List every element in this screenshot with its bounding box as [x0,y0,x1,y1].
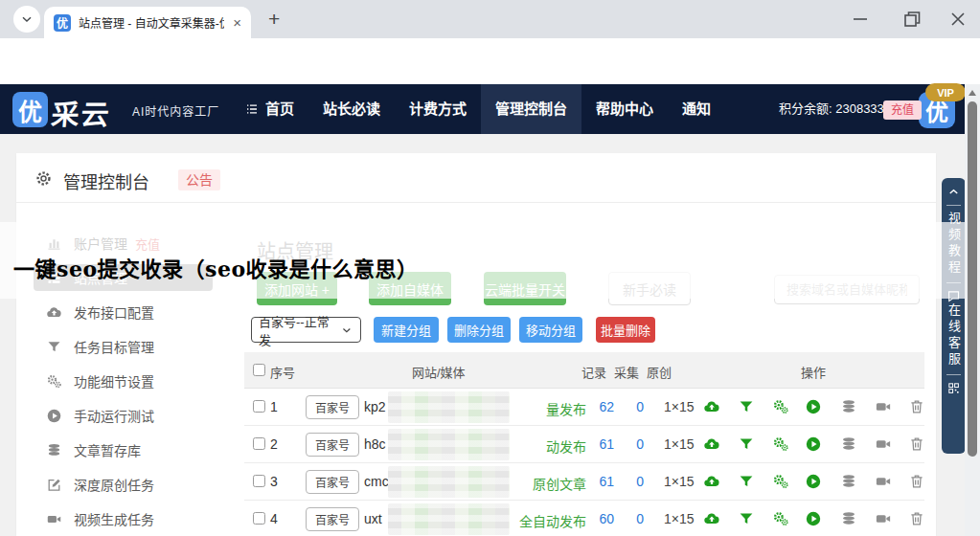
delete-icon[interactable] [908,473,925,490]
nav-item[interactable]: 计费方式 [395,84,481,134]
task-filter-icon[interactable] [738,398,755,415]
scrollbar-up-arrow[interactable] [969,90,976,96]
cloud-icon [46,304,62,321]
nav-item[interactable]: 帮助中心 [581,84,668,134]
nav-item-label: 首页 [265,84,294,134]
batch-delete-button[interactable]: 批量删除 [596,317,655,343]
task-filter-icon[interactable] [738,436,755,453]
sidebar-item[interactable]: 文章暂存库 [38,433,216,467]
collected-count[interactable]: 0 [625,436,644,452]
row-checkbox[interactable] [253,475,265,487]
sidebar-item[interactable]: 任务目标管理 [38,329,216,364]
sidebar-item[interactable]: 功能细节设置 [38,364,216,398]
settings-icon[interactable] [772,436,789,453]
address-bar: ucaiyun.com/caiji/site_group-2 # [0,38,980,84]
delete-group-button[interactable]: 删除分组 [447,317,511,343]
run-icon[interactable] [805,473,822,490]
video-icon[interactable] [875,473,892,490]
row-checkbox[interactable] [253,400,265,413]
new-group-button[interactable]: 新建分组 [374,317,439,343]
sidebar-item[interactable]: 视频生成任务 [38,502,216,536]
sidebar-item[interactable]: 手动运行测试 [38,398,216,433]
row-index: 2 [270,436,278,452]
group-select[interactable]: 百家号--正常发 [251,317,361,343]
records-count[interactable]: 62 [576,399,614,414]
scrollbar-thumb[interactable] [968,101,977,457]
nav-item[interactable]: 通知 [668,84,725,134]
settings-icon[interactable] [772,510,789,527]
row-checkbox[interactable] [253,437,265,450]
nav-item[interactable]: 首页 [230,84,308,134]
restore-button[interactable] [900,8,923,31]
recharge-badge[interactable]: 充值 [883,100,922,120]
platform-badge: 百家号 [306,433,359,457]
video-icon[interactable] [875,436,892,453]
storage-icon[interactable] [840,510,857,527]
storage-icon[interactable] [840,473,857,490]
video-icon[interactable] [875,510,892,527]
video-icon[interactable] [875,398,892,415]
favicon: 优 [54,14,71,32]
online-service-link[interactable]: 在线客服 [945,303,963,368]
nav-item-label: 通知 [682,84,711,134]
move-group-button[interactable]: 移动分组 [519,317,582,343]
tab-title: 站点管理 - 自动文章采集器-优采 [79,14,224,31]
divider [946,205,961,206]
nav-item[interactable]: 站长必读 [308,84,395,134]
sidebar-item[interactable]: 发布接口配置 [38,295,216,329]
collected-count[interactable]: 0 [625,474,644,489]
nav-item[interactable]: 管理控制台 [481,84,581,134]
tab-search-button[interactable] [13,6,40,33]
run-icon[interactable] [805,510,822,527]
collected-count[interactable]: 0 [625,399,644,414]
scroll-top-icon[interactable] [946,185,961,199]
publish-mode-label: 动发布 [443,436,586,456]
col-collected: 采集 [614,363,639,381]
original-ratio: 1×15 [664,474,695,489]
browser-window: 优 站点管理 - 自动文章采集器-优采 × + ucaiyun.com/caij… [0,0,980,536]
delete-icon[interactable] [908,398,925,415]
image-caption: 一键seo提交收录（seo收录是什么意思） [13,252,419,282]
col-site: 网站/媒体 [412,363,466,381]
run-icon[interactable] [805,436,822,453]
browser-tab[interactable]: 优 站点管理 - 自动文章采集器-优采 × [44,7,251,38]
task-filter-icon[interactable] [738,510,755,527]
publish-upload-icon[interactable] [703,398,720,415]
collected-count[interactable]: 0 [625,511,644,526]
select-all-checkbox[interactable] [253,364,265,376]
logo-icon[interactable]: 优 [12,92,48,127]
tab-close-icon[interactable]: × [233,15,241,30]
new-tab-button[interactable]: + [268,8,280,31]
table-body: 1 百家号 kp2 量发布 62 0 1×15 2 百家号 h8c 动发布 61… [244,389,924,536]
floating-helper-bar: 视频教程 在线客服 [942,178,966,454]
row-checkbox[interactable] [253,512,265,525]
page-scrollbar[interactable] [965,84,980,536]
delete-icon[interactable] [908,436,925,453]
records-count[interactable]: 61 [576,474,614,489]
settings-icon[interactable] [772,398,789,415]
site-name: kp2 [364,399,386,414]
header-divider [16,202,936,203]
settings-icon[interactable] [772,473,789,490]
minimize-button[interactable] [849,8,872,31]
delete-icon[interactable] [908,510,925,527]
col-index: 序号 [270,363,295,381]
publish-upload-icon[interactable] [703,510,720,527]
run-icon[interactable] [805,398,822,415]
notice-badge[interactable]: 公告 [178,169,220,190]
records-count[interactable]: 61 [576,436,614,452]
row-index: 4 [270,511,278,526]
publish-upload-icon[interactable] [703,436,720,453]
close-button[interactable] [946,8,969,31]
qr-code-icon[interactable] [946,381,961,395]
storage-icon[interactable] [840,398,857,415]
funnel-icon [46,339,62,355]
sidebar-item[interactable]: 深度原创任务 [38,467,216,502]
task-filter-icon[interactable] [738,473,755,490]
records-count[interactable]: 60 [576,511,614,526]
play-icon [46,408,62,424]
sidebar-item-label: 视频生成任务 [74,509,154,528]
site-navbar: 优 采云 AI时代内容工厂 首页 站长必读 计费方式 管理控制台 帮助中心 通知… [0,84,980,134]
storage-icon[interactable] [840,436,857,453]
publish-upload-icon[interactable] [703,473,720,490]
